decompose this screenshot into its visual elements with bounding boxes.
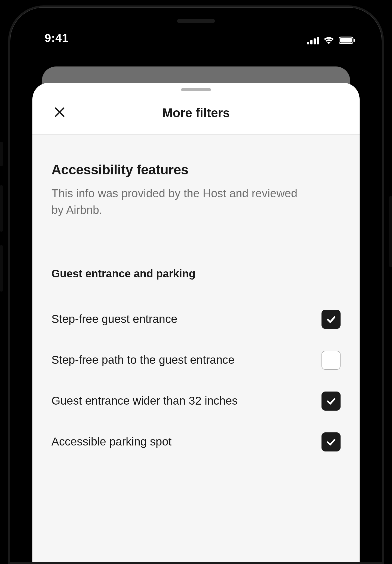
section-description: This info was provided by the Host and r… [51, 185, 310, 219]
filter-option-label: Guest entrance wider than 32 inches [51, 393, 238, 409]
phone-side-button [0, 185, 3, 232]
check-icon [326, 396, 336, 407]
sheet-grabber[interactable] [181, 88, 211, 91]
svg-rect-0 [307, 42, 309, 44]
filter-option-row[interactable]: Step-free guest entrance [51, 299, 341, 340]
phone-screen: 9:41 [15, 12, 377, 562]
cellular-icon [307, 36, 319, 44]
section-heading: Accessibility features [51, 162, 341, 178]
phone-side-button [0, 245, 3, 292]
close-icon [54, 107, 65, 119]
filter-option-label: Step-free path to the guest entrance [51, 352, 234, 368]
svg-rect-2 [314, 38, 316, 44]
filter-option-row[interactable]: Guest entrance wider than 32 inches [51, 381, 341, 422]
filter-option-checkbox[interactable] [321, 310, 341, 329]
group-title: Guest entrance and parking [51, 268, 341, 280]
filter-option-label: Accessible parking spot [51, 434, 171, 450]
battery-icon [339, 36, 356, 44]
filter-option-label: Step-free guest entrance [51, 311, 177, 327]
status-icons [307, 36, 356, 45]
check-icon [326, 436, 336, 447]
sheet-title: More filters [162, 105, 230, 120]
sheet-body[interactable]: Accessibility features This info was pro… [32, 135, 360, 562]
svg-rect-5 [340, 38, 352, 43]
filter-option-row[interactable]: Accessible parking spot [51, 422, 341, 462]
filter-option-checkbox[interactable] [321, 432, 341, 451]
phone-frame: 9:41 [8, 5, 384, 564]
status-time: 9:41 [45, 32, 69, 45]
filters-sheet: More filters Accessibility features This… [32, 83, 360, 562]
wifi-icon [323, 36, 335, 45]
phone-side-button [0, 142, 3, 166]
filter-option-checkbox[interactable] [321, 351, 341, 370]
filter-option-row[interactable]: Step-free path to the guest entrance [51, 340, 341, 381]
svg-rect-1 [310, 40, 313, 44]
phone-notch [137, 12, 255, 31]
filter-option-checkbox[interactable] [321, 392, 341, 411]
phone-side-button [389, 196, 392, 267]
svg-rect-6 [354, 39, 355, 42]
sheet-header: More filters [32, 91, 360, 135]
svg-rect-3 [317, 37, 319, 44]
close-button[interactable] [51, 105, 68, 121]
check-icon [326, 314, 336, 325]
